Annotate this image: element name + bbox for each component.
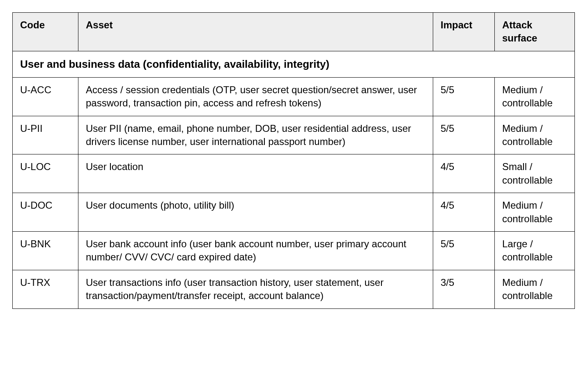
header-attack-surface: Attack surface — [495, 13, 575, 51]
table-header-row: Code Asset Impact Attack surface — [13, 13, 575, 51]
cell-impact: 5/5 — [433, 232, 495, 270]
cell-asset: User documents (photo, utility bill) — [78, 193, 433, 232]
cell-impact: 3/5 — [433, 270, 495, 308]
cell-code: U-TRX — [13, 270, 78, 308]
cell-attack-surface: Small / controllable — [495, 154, 575, 193]
cell-code: U-PII — [13, 116, 78, 154]
table-row: U-BNK User bank account info (user bank … — [13, 232, 575, 270]
cell-asset: Access / session credentials (OTP, user … — [78, 77, 433, 116]
table-row: U-DOC User documents (photo, utility bil… — [13, 193, 575, 232]
cell-attack-surface: Medium / controllable — [495, 116, 575, 154]
cell-asset: User bank account info (user bank accoun… — [78, 232, 433, 270]
header-code: Code — [13, 13, 78, 51]
cell-code: U-BNK — [13, 232, 78, 270]
table-row: U-ACC Access / session credentials (OTP,… — [13, 77, 575, 116]
cell-code: U-ACC — [13, 77, 78, 116]
cell-attack-surface: Medium / controllable — [495, 77, 575, 116]
table-row: U-TRX User transactions info (user trans… — [13, 270, 575, 308]
cell-code: U-DOC — [13, 193, 78, 232]
table-section-row: User and business data (confidentiality,… — [13, 51, 575, 77]
cell-impact: 5/5 — [433, 116, 495, 154]
table-row: U-LOC User location 4/5 Small / controll… — [13, 154, 575, 193]
section-title: User and business data (confidentiality,… — [13, 51, 575, 77]
cell-asset: User transactions info (user transaction… — [78, 270, 433, 308]
cell-impact: 5/5 — [433, 77, 495, 116]
asset-inventory-table: Code Asset Impact Attack surface User an… — [12, 12, 575, 309]
cell-code: U-LOC — [13, 154, 78, 193]
cell-impact: 4/5 — [433, 154, 495, 193]
header-asset: Asset — [78, 13, 433, 51]
cell-attack-surface: Medium / controllable — [495, 193, 575, 232]
cell-attack-surface: Large / controllable — [495, 232, 575, 270]
header-impact: Impact — [433, 13, 495, 51]
cell-impact: 4/5 — [433, 193, 495, 232]
cell-asset: User PII (name, email, phone number, DOB… — [78, 116, 433, 154]
cell-asset: User location — [78, 154, 433, 193]
table-row: U-PII User PII (name, email, phone numbe… — [13, 116, 575, 154]
cell-attack-surface: Medium / controllable — [495, 270, 575, 308]
